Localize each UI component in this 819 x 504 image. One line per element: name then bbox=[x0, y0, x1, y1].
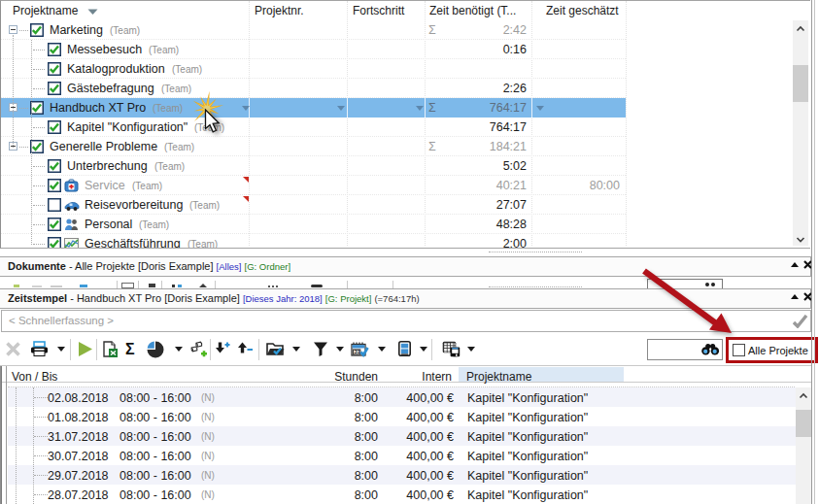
svg-text:31: 31 bbox=[354, 349, 360, 354]
